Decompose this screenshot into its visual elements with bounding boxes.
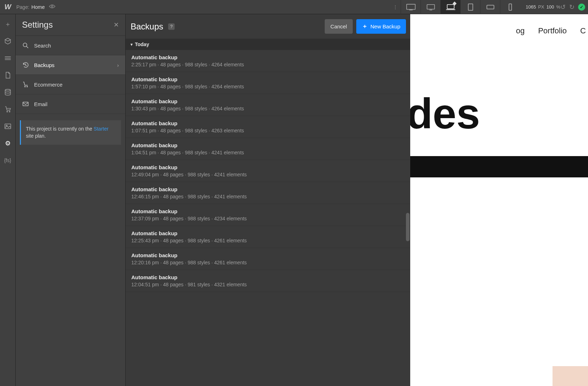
settings-item-label: Search [34, 43, 51, 49]
breakpoint-base[interactable] [440, 0, 460, 14]
backup-row-title: Automatic backup [131, 186, 405, 192]
backup-row[interactable]: Automatic backup12:25:43 pm · 48 pages ·… [126, 226, 410, 248]
backup-section-header[interactable]: Today [126, 39, 410, 50]
more-icon[interactable]: ⋮ [393, 4, 398, 10]
breakpoint-lg[interactable] [421, 0, 440, 14]
plan-link[interactable]: Starter [94, 126, 109, 132]
viewport-zoom: 100 [546, 4, 554, 10]
plan-notice-pre: This project is currently on the [26, 126, 94, 132]
backup-row-meta: 12:04:51 pm · 48 pages · 981 styles · 43… [131, 282, 405, 287]
backup-row-title: Automatic backup [131, 274, 405, 280]
backup-row[interactable]: Automatic backup12:20:16 pm · 48 pages ·… [126, 248, 410, 270]
app-logo[interactable]: W [3, 2, 13, 12]
backup-row-meta: 12:25:43 pm · 48 pages · 988 styles · 42… [131, 238, 405, 243]
backup-row-title: Automatic backup [131, 230, 405, 236]
redo-icon[interactable]: ↻ [569, 3, 575, 11]
page-prefix: Page: [16, 4, 29, 10]
settings-item-label: Ecommerce [34, 82, 62, 88]
chevron-right-icon: › [117, 62, 119, 68]
svg-line-19 [26, 46, 28, 48]
settings-icon[interactable]: ⚙ [0, 136, 16, 151]
close-icon[interactable]: ✕ [114, 21, 119, 29]
peach-block [553, 366, 588, 386]
svg-point-18 [23, 43, 27, 47]
backup-row-meta: 12:46:15 pm · 48 pages · 988 styles · 42… [131, 194, 405, 199]
backup-row[interactable]: Automatic backup1:30:43 pm · 48 pages · … [126, 94, 410, 116]
backup-row[interactable]: Automatic backup12:46:15 pm · 48 pages ·… [126, 182, 410, 204]
svg-point-14 [7, 111, 7, 112]
components-icon[interactable] [0, 50, 16, 66]
backup-row[interactable]: Automatic backup12:04:51 pm · 48 pages ·… [126, 270, 410, 292]
page-name[interactable]: Home [32, 4, 45, 10]
history-icon [22, 62, 29, 68]
settings-title: Settings [22, 20, 53, 30]
breakpoint-switcher [401, 0, 520, 14]
viewport-size[interactable]: 1065 PX 100 % [526, 4, 560, 10]
backup-section-label: Today [135, 42, 149, 47]
plan-notice: This project is currently on the Starter… [20, 120, 121, 145]
settings-item-search[interactable]: Search [16, 36, 125, 55]
svg-rect-22 [23, 102, 28, 106]
viewport-width: 1065 [526, 4, 536, 10]
backup-row-meta: 1:07:51 pm · 48 pages · 988 styles · 426… [131, 128, 405, 133]
breakpoint-mobile[interactable] [500, 0, 520, 14]
cancel-label: Cancel [330, 23, 347, 29]
publish-status-icon[interactable] [578, 4, 585, 11]
backup-row-meta: 1:57:10 pm · 48 pages · 988 styles · 426… [131, 84, 405, 89]
svg-point-13 [5, 89, 10, 91]
backup-row-title: Automatic backup [131, 54, 405, 60]
backup-list[interactable]: Automatic backup2:25:17 pm · 48 pages · … [126, 50, 410, 386]
breakpoint-tablet[interactable] [460, 0, 480, 14]
new-backup-button[interactable]: ＋New Backup [356, 19, 406, 34]
assets-icon[interactable] [0, 118, 16, 134]
preview-icon[interactable] [49, 4, 55, 10]
settings-item-label: Backups [34, 62, 55, 68]
viewport-zoom-unit: % [556, 4, 560, 10]
settings-item-email[interactable]: Email [16, 94, 125, 114]
plus-icon: ＋ [362, 23, 368, 30]
undo-icon[interactable]: ↺ [560, 3, 566, 11]
settings-panel: Settings ✕ Search Backups › Ecommerce Em… [16, 14, 126, 386]
breakpoint-xl[interactable] [401, 0, 421, 14]
navigator-icon[interactable] [0, 33, 16, 49]
backup-row-title: Automatic backup [131, 142, 405, 148]
backup-row[interactable]: Automatic backup2:25:17 pm · 48 pages · … [126, 50, 410, 72]
backup-row[interactable]: Automatic backup1:57:10 pm · 48 pages · … [126, 72, 410, 94]
finsweet-icon[interactable]: {fs} [0, 153, 16, 168]
help-icon[interactable]: ? [168, 23, 175, 30]
add-elements-icon[interactable]: ＋ [0, 16, 16, 32]
hero-band [410, 156, 588, 177]
settings-item-ecommerce[interactable]: Ecommerce [16, 75, 125, 94]
hero-text-fragment: des [410, 92, 588, 135]
scrollbar-thumb[interactable] [406, 213, 410, 241]
backup-row-title: Automatic backup [131, 164, 405, 170]
svg-point-20 [24, 86, 25, 87]
nav-item-blog-fragment[interactable]: og [516, 26, 524, 35]
design-canvas[interactable]: og Portfolio C des [410, 14, 588, 386]
backup-row[interactable]: Automatic backup1:04:51 pm · 48 pages · … [126, 138, 410, 160]
cancel-button[interactable]: Cancel [325, 19, 353, 34]
cart-icon [22, 81, 29, 88]
backup-row-title: Automatic backup [131, 120, 405, 126]
backup-row[interactable]: Automatic backup1:07:51 pm · 48 pages · … [126, 116, 410, 138]
settings-item-backups[interactable]: Backups › [16, 55, 125, 75]
backup-row-meta: 12:37:09 pm · 48 pages · 988 styles · 42… [131, 216, 405, 221]
pages-icon[interactable] [0, 67, 16, 83]
ecommerce-rail-icon[interactable] [0, 101, 16, 117]
svg-point-21 [27, 86, 27, 87]
backup-row[interactable]: Automatic backup12:37:09 pm · 48 pages ·… [126, 204, 410, 226]
backup-row-meta: 12:49:04 pm · 48 pages · 988 styles · 42… [131, 172, 405, 177]
svg-rect-5 [447, 4, 454, 9]
svg-point-15 [9, 111, 10, 112]
cms-icon[interactable] [0, 84, 16, 100]
backup-row-meta: 12:20:16 pm · 48 pages · 988 styles · 42… [131, 260, 405, 265]
backup-row[interactable]: Automatic backup12:49:04 pm · 48 pages ·… [126, 160, 410, 182]
svg-rect-1 [407, 4, 415, 9]
nav-item-portfolio[interactable]: Portfolio [538, 26, 567, 35]
nav-item-c-fragment[interactable]: C [580, 26, 586, 35]
svg-rect-3 [427, 4, 434, 9]
backup-row-meta: 2:25:17 pm · 48 pages · 988 styles · 426… [131, 62, 405, 67]
top-bar: W Page: Home ⋮ 1065 PX 100 % ↺ ↻ [0, 0, 588, 14]
breakpoint-mobile-landscape[interactable] [480, 0, 500, 14]
svg-rect-7 [468, 4, 473, 10]
